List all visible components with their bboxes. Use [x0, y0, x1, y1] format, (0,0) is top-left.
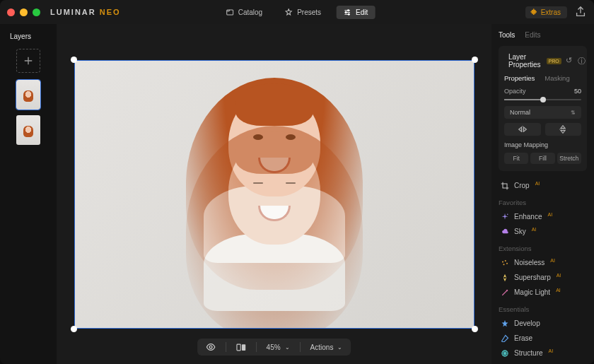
- image-mapping-label: Image Mapping: [504, 141, 581, 148]
- cloud-icon: [501, 228, 509, 236]
- svg-point-5: [346, 11, 347, 13]
- tab-edits[interactable]: Edits: [525, 31, 540, 39]
- noiseless-icon: [501, 259, 509, 267]
- catalog-icon: [226, 8, 234, 16]
- tool-enhance[interactable]: EnhanceAI: [499, 209, 587, 224]
- stretch-button[interactable]: Stretch: [557, 153, 581, 164]
- puzzle-icon: [530, 8, 537, 16]
- tool-develop-label: Develop: [514, 319, 540, 327]
- presets-icon: [285, 8, 293, 16]
- compare-toggle[interactable]: [236, 344, 246, 351]
- tool-erase[interactable]: Erase: [499, 331, 587, 346]
- transform-handle-br[interactable]: [472, 326, 478, 332]
- ai-badge: AI: [557, 273, 561, 278]
- transform-handle-tl[interactable]: [71, 57, 77, 63]
- svg-point-18: [503, 264, 504, 265]
- fit-button[interactable]: Fit: [504, 153, 528, 164]
- right-panel-tabs: Tools Edits: [499, 31, 587, 39]
- flip-vertical-icon: [559, 124, 566, 134]
- blend-mode-select[interactable]: Normal ⇅: [504, 106, 581, 119]
- erase-icon: [501, 334, 509, 343]
- slider-knob[interactable]: [540, 97, 546, 102]
- image-frame[interactable]: [74, 60, 474, 329]
- close-window-button[interactable]: [7, 8, 15, 16]
- supersharp-icon: [501, 274, 509, 282]
- visibility-toggle[interactable]: [206, 342, 216, 352]
- fill-button[interactable]: Fill: [530, 153, 554, 164]
- nav-presets[interactable]: Presets: [278, 6, 328, 19]
- chevron-down-icon: ⌄: [337, 344, 342, 351]
- opacity-label: Opacity: [504, 88, 526, 95]
- chevron-down-icon: ⌄: [285, 344, 290, 351]
- actions-label: Actions: [310, 344, 334, 351]
- tool-supersharp-label: Supersharp: [514, 274, 551, 281]
- zoom-dropdown[interactable]: 45% ⌄: [267, 344, 290, 351]
- layer-thumbnail-2[interactable]: [16, 115, 40, 145]
- plus-icon: [23, 56, 33, 66]
- divider: [226, 342, 226, 352]
- tool-magiclight-label: Magic Light: [514, 288, 550, 296]
- layer-thumbnail-1[interactable]: [16, 80, 40, 110]
- svg-rect-11: [241, 344, 245, 351]
- tab-tools[interactable]: Tools: [499, 31, 515, 39]
- flip-horizontal-button[interactable]: [504, 123, 541, 136]
- canvas[interactable]: [57, 24, 491, 364]
- subtab-properties[interactable]: Properties: [504, 74, 535, 82]
- top-nav: Catalog Presets Edit: [219, 6, 375, 19]
- nav-edit[interactable]: Edit: [337, 6, 375, 19]
- svg-point-6: [349, 13, 350, 15]
- tool-crop[interactable]: CropAI: [499, 178, 587, 193]
- svg-point-17: [506, 262, 508, 264]
- flip-vertical-button[interactable]: [545, 123, 582, 136]
- svg-point-15: [502, 261, 503, 262]
- add-layer-button[interactable]: [16, 49, 40, 73]
- actions-dropdown[interactable]: Actions ⌄: [310, 344, 343, 351]
- share-icon[interactable]: [574, 6, 587, 18]
- window-controls: [7, 8, 40, 16]
- svg-point-4: [348, 9, 349, 11]
- extras-button[interactable]: Extras: [525, 6, 567, 18]
- svg-point-16: [504, 260, 506, 262]
- minimize-window-button[interactable]: [20, 8, 28, 16]
- tool-supersharp[interactable]: SupersharpAI: [499, 270, 587, 285]
- opacity-slider[interactable]: [504, 99, 581, 100]
- zoom-value: 45%: [267, 344, 281, 351]
- tool-erase-label: Erase: [514, 334, 532, 342]
- svg-point-14: [507, 213, 508, 215]
- tool-magiclight[interactable]: Magic LightAI: [499, 285, 587, 300]
- ai-badge: AI: [549, 348, 554, 353]
- layer-properties-title: Layer Properties: [508, 53, 541, 69]
- eye-icon: [206, 342, 216, 352]
- brand-text-a: LUMINAR: [50, 8, 96, 16]
- right-panel: Tools Edits Layer Properties PRO ↺ ⓘ Pro…: [491, 24, 594, 364]
- tool-sky-label: Sky: [514, 228, 526, 235]
- ai-badge: AI: [556, 288, 561, 293]
- opacity-row: Opacity 50: [504, 88, 581, 95]
- subtab-masking[interactable]: Masking: [544, 74, 569, 82]
- tool-color[interactable]: Color: [499, 360, 587, 364]
- undo-icon[interactable]: ↺: [566, 56, 572, 66]
- layer-properties-header[interactable]: Layer Properties PRO ↺ ⓘ: [504, 52, 581, 74]
- canvas-toolbar: 45% ⌄ Actions ⌄: [197, 339, 351, 356]
- ai-badge: AI: [550, 258, 555, 263]
- structure-icon: [501, 349, 509, 358]
- layers-title: Layers: [10, 33, 31, 40]
- maximize-window-button[interactable]: [33, 8, 40, 16]
- image-mapping-buttons: Fit Fill Stretch: [504, 153, 581, 164]
- nav-presets-label: Presets: [297, 8, 321, 16]
- opacity-value: 50: [574, 88, 581, 95]
- transform-handle-bl[interactable]: [71, 326, 77, 332]
- tool-structure[interactable]: StructureAI: [499, 346, 587, 360]
- transform-handle-tr[interactable]: [472, 57, 478, 63]
- tool-noiseless[interactable]: NoiselessAI: [499, 255, 587, 270]
- nav-catalog-label: Catalog: [238, 8, 262, 16]
- info-icon[interactable]: ⓘ: [578, 56, 586, 66]
- crop-icon: [501, 182, 509, 190]
- canvas-area: 45% ⌄ Actions ⌄: [57, 24, 491, 364]
- tool-sky[interactable]: SkyAI: [499, 224, 587, 239]
- tool-structure-label: Structure: [514, 349, 543, 357]
- develop-icon: [501, 319, 509, 328]
- tool-develop[interactable]: Develop: [499, 316, 587, 331]
- nav-catalog[interactable]: Catalog: [219, 6, 269, 19]
- tool-enhance-label: Enhance: [514, 213, 542, 221]
